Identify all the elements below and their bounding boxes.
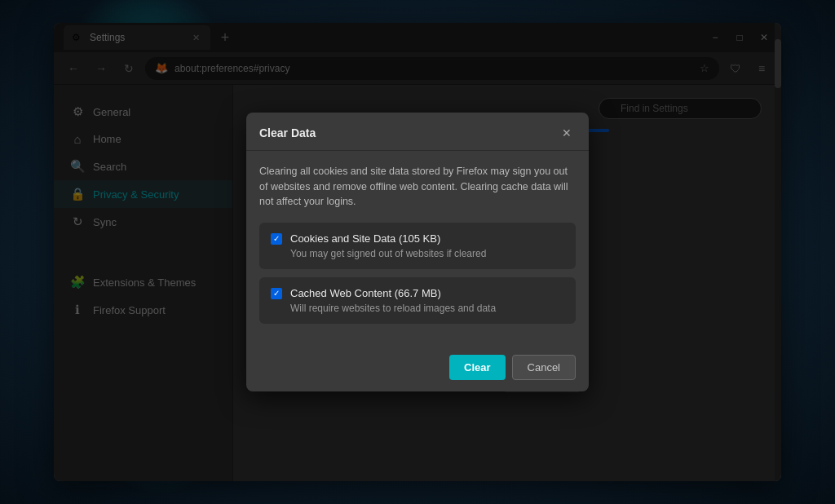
cookies-option-label: Cookies and Site Data (105 KB) xyxy=(290,232,440,245)
dialog-option-cookies-header: ✓ Cookies and Site Data (105 KB) xyxy=(271,232,564,245)
dialog-header: Clear Data ✕ xyxy=(246,113,589,151)
dialog-footer: Clear Cancel xyxy=(246,345,589,391)
clear-data-dialog: Clear Data ✕ Clearing all cookies and si… xyxy=(246,113,589,391)
dialog-description: Clearing all cookies and site data store… xyxy=(259,164,576,210)
browser-window: ⚙ Settings ✕ + − □ ✕ ← → ↻ 🦊 about:prefe… xyxy=(54,23,781,481)
cookies-checkbox[interactable]: ✓ xyxy=(271,233,282,245)
cookies-option-desc: You may get signed out of websites if cl… xyxy=(271,248,564,259)
cancel-button[interactable]: Cancel xyxy=(512,355,576,380)
cache-option-label: Cached Web Content (66.7 MB) xyxy=(290,287,441,299)
dialog-body: Clearing all cookies and site data store… xyxy=(246,151,589,345)
dialog-option-cookies[interactable]: ✓ Cookies and Site Data (105 KB) You may… xyxy=(259,223,576,269)
clear-button[interactable]: Clear xyxy=(449,355,506,380)
cache-checkbox[interactable]: ✓ xyxy=(271,288,282,299)
dialog-overlay: Clear Data ✕ Clearing all cookies and si… xyxy=(54,23,781,481)
dialog-close-button[interactable]: ✕ xyxy=(558,124,576,142)
dialog-title: Clear Data xyxy=(259,126,316,139)
dialog-option-cache[interactable]: ✓ Cached Web Content (66.7 MB) Will requ… xyxy=(259,277,576,324)
dialog-option-cache-header: ✓ Cached Web Content (66.7 MB) xyxy=(271,287,564,299)
cache-option-desc: Will require websites to reload images a… xyxy=(271,303,564,314)
